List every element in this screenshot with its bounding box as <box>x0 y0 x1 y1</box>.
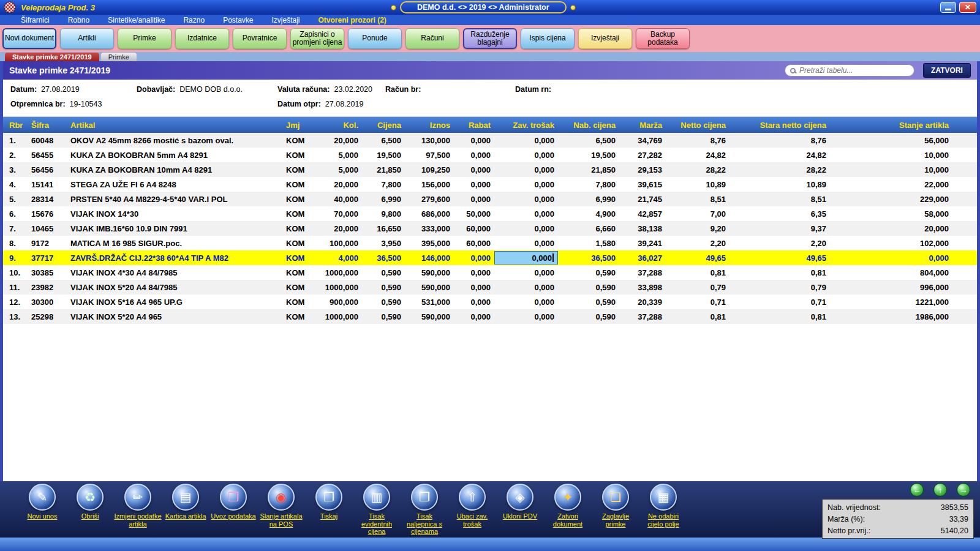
cell[interactable]: 40,000 <box>313 195 362 204</box>
bottom-button-slanje-artikala-na-pos[interactable]: ◉Slanje artikala na POS <box>257 484 305 536</box>
cell[interactable]: 0,000 <box>494 195 558 204</box>
menu-item-ifrarnici[interactable]: Šifrarnici <box>21 16 50 24</box>
cell[interactable]: 30300 <box>28 298 67 307</box>
cell[interactable]: 0,000 <box>454 298 494 307</box>
table-row[interactable]: 6.15676VIJAK INOX 14*30KOM70,0009,800686… <box>3 206 977 221</box>
cell[interactable]: 49,65 <box>666 253 729 263</box>
cell[interactable]: KOM <box>282 253 313 263</box>
cell[interactable]: 33,898 <box>619 283 666 292</box>
cell[interactable]: PRSTEN 5*40 A4 M8229-4-5*40 VAR.I POL <box>67 195 282 204</box>
cell[interactable]: 8,51 <box>729 195 830 204</box>
cell[interactable]: 20,000 <box>313 180 362 189</box>
cell[interactable]: 15676 <box>28 209 67 219</box>
cell[interactable]: KUKA ZA BOKOBRAN 10mm A4 8291 <box>67 165 282 174</box>
cell[interactable]: 0,000 <box>454 136 494 145</box>
cell[interactable]: 38,138 <box>619 224 666 233</box>
table-row[interactable]: 3.56456KUKA ZA BOKOBRAN 10mm A4 8291KOM5… <box>3 162 977 177</box>
cell[interactable]: 0,590 <box>558 298 619 307</box>
toolbar-button-ponude[interactable]: Ponude <box>348 28 402 49</box>
cell[interactable]: 20,339 <box>619 298 666 307</box>
menu-open-windows[interactable]: Otvoreni prozori (2) <box>318 16 386 24</box>
bottom-button-ne-odabiri-cijelo-polje[interactable]: ▦Ne odabiri cijelo polje <box>639 484 687 536</box>
cell[interactable]: 0,000 <box>494 224 558 233</box>
cell[interactable]: 0,71 <box>729 298 830 307</box>
cell[interactable]: 34,769 <box>619 136 666 145</box>
cell[interactable]: 0,000 <box>494 268 558 277</box>
cell[interactable]: MATICA M 16 985 SIGUR.poc. <box>67 239 282 248</box>
cell[interactable]: 0,000 <box>454 283 494 292</box>
close-button[interactable]: ✕ <box>959 2 976 13</box>
cell[interactable]: VIJAK INOX 5*20 A4 84/7985 <box>67 283 282 292</box>
cell[interactable]: 0,71 <box>666 298 729 307</box>
tab-stavke-primke-2471-2019[interactable]: Stavke primke 2471/2019 <box>5 53 99 61</box>
cell[interactable]: 21,850 <box>362 165 405 174</box>
cell[interactable]: 1,580 <box>558 239 619 248</box>
minimize-button[interactable] <box>940 2 956 13</box>
cell[interactable]: 0,000 <box>494 283 558 292</box>
cell[interactable]: 39,615 <box>619 180 666 189</box>
cell[interactable]: 9,37 <box>729 224 830 233</box>
cell[interactable]: 16,650 <box>362 224 405 233</box>
cell[interactable]: 0,000 <box>494 298 558 307</box>
cell[interactable]: 3. <box>3 165 28 174</box>
cell[interactable]: 39,241 <box>619 239 666 248</box>
cell[interactable]: 3,950 <box>362 239 405 248</box>
column-header-mar-a[interactable]: Marža <box>619 121 666 130</box>
table-row[interactable]: 10.30385VIJAK INOX 4*30 A4 84/7985KOM100… <box>3 265 977 280</box>
cell[interactable]: 28,22 <box>666 165 729 174</box>
table-row[interactable]: 4.15141STEGA ZA UŽE FI 6 A4 8248KOM20,00… <box>3 177 977 192</box>
bottom-button-zatvori-dokument[interactable]: ✦Zatvori dokument <box>544 484 592 536</box>
bottom-button-tisak-naljepnica-s-cijenama[interactable]: ❐Tisak naljepnica s cijenama <box>401 484 448 536</box>
cell[interactable]: 42,857 <box>619 209 666 219</box>
cell[interactable]: 1000,000 <box>313 312 362 321</box>
cell[interactable]: 6,660 <box>558 224 619 233</box>
table-row[interactable]: 12.30300VIJAK INOX 5*16 A4 965 UP.GKOM90… <box>3 294 977 309</box>
menu-item-postavke[interactable]: Postavke <box>223 16 253 24</box>
cell[interactable]: 6. <box>3 209 28 219</box>
bottom-button-ukloni-pdv[interactable]: ◈Ukloni PDV <box>496 484 544 536</box>
cell[interactable]: 6,990 <box>362 195 405 204</box>
toolbar-button-ra-uni[interactable]: Računi <box>405 28 459 49</box>
cell[interactable]: 37,288 <box>619 268 666 277</box>
nav-up-button[interactable]: ↑ <box>933 483 947 497</box>
cell[interactable]: 5,000 <box>313 151 362 160</box>
cell[interactable]: 10465 <box>28 224 67 233</box>
cell[interactable]: 58,000 <box>830 209 952 219</box>
cell[interactable]: 8,51 <box>666 195 729 204</box>
bottom-button-zaglavlje-primke[interactable]: ❏Zaglavlje primke <box>592 484 639 536</box>
menu-item-sintetike-analitike[interactable]: Sintetike/analitike <box>108 16 165 24</box>
cell[interactable]: 37,288 <box>619 312 666 321</box>
cell[interactable]: 8. <box>3 239 28 248</box>
column-header-ifra[interactable]: Šifra <box>28 121 67 130</box>
cell[interactable]: 9,20 <box>666 224 729 233</box>
cell[interactable]: 0,590 <box>362 312 405 321</box>
cell[interactable]: 0,000 <box>454 151 494 160</box>
column-header-netto-cijena[interactable]: Netto cijena <box>666 121 729 130</box>
toolbar-button-izvje-taji[interactable]: Izvještaji <box>578 28 632 49</box>
cell[interactable]: 0,000 <box>454 180 494 189</box>
cell[interactable]: KOM <box>282 268 313 277</box>
cell[interactable]: 97,500 <box>405 151 454 160</box>
cell[interactable]: 1. <box>3 136 28 145</box>
column-header-rbr[interactable]: Rbr <box>3 121 28 130</box>
cell[interactable]: 21,745 <box>619 195 666 204</box>
table-row[interactable]: 11.23982VIJAK INOX 5*20 A4 84/7985KOM100… <box>3 280 977 294</box>
toolbar-button-razdu-enje-blagajni[interactable]: Razduženje blagajni <box>463 28 517 49</box>
cell[interactable]: 10,000 <box>830 151 952 160</box>
bottom-button-tiskaj[interactable]: ❐Tiskaj <box>305 484 353 536</box>
cell[interactable]: KOM <box>282 298 313 307</box>
cell[interactable]: 25298 <box>28 312 67 321</box>
cell[interactable]: 0,590 <box>362 268 405 277</box>
cell[interactable]: 36,500 <box>558 253 619 263</box>
cell[interactable]: 56455 <box>28 151 67 160</box>
toolbar-button-izdatnice[interactable]: Izdatnice <box>175 28 229 49</box>
cell[interactable]: 0,590 <box>362 283 405 292</box>
cell[interactable]: 22,000 <box>830 180 952 189</box>
cell[interactable]: 70,000 <box>313 209 362 219</box>
cell[interactable]: KOM <box>282 209 313 219</box>
cell[interactable]: 8,76 <box>666 136 729 145</box>
cell[interactable]: 56,000 <box>830 136 952 145</box>
cell[interactable]: 0,000 <box>454 165 494 174</box>
column-header-zav-tro-ak[interactable]: Zav. trošak <box>494 121 558 130</box>
cell[interactable]: 5,000 <box>313 165 362 174</box>
